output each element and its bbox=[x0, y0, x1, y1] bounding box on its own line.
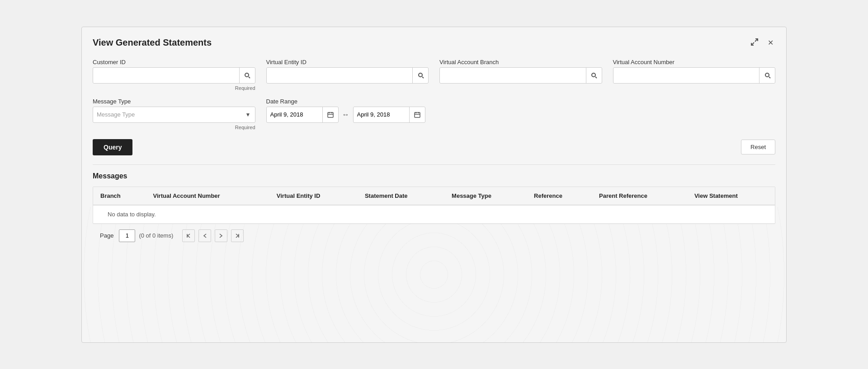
no-data-row: No data to display. bbox=[93, 205, 775, 224]
date-to-calendar-button[interactable] bbox=[409, 107, 425, 123]
empty-cell-1 bbox=[613, 98, 776, 130]
message-type-required: Required bbox=[93, 125, 255, 130]
message-type-select[interactable]: Message Type bbox=[93, 107, 255, 123]
date-range-label: Date Range bbox=[266, 98, 602, 105]
svg-point-8 bbox=[765, 73, 769, 77]
date-range-inputs: ↔ bbox=[266, 107, 602, 123]
customer-id-search-button[interactable] bbox=[239, 67, 255, 84]
page-number-input[interactable] bbox=[119, 229, 135, 242]
virtual-account-number-input[interactable] bbox=[613, 67, 776, 84]
customer-id-label: Customer ID bbox=[93, 59, 255, 65]
date-from-wrapper bbox=[266, 107, 339, 123]
svg-point-4 bbox=[419, 73, 422, 77]
virtual-entity-id-input[interactable] bbox=[266, 67, 429, 84]
customer-id-group: Customer ID Required bbox=[93, 59, 255, 91]
table-header-row: Branch Virtual Account Number Virtual En… bbox=[93, 187, 775, 205]
svg-point-6 bbox=[592, 73, 595, 77]
col-statement-date: Statement Date bbox=[358, 187, 444, 205]
svg-line-7 bbox=[595, 77, 597, 78]
messages-section-title: Messages bbox=[93, 172, 775, 180]
virtual-account-branch-group: Virtual Account Branch bbox=[439, 59, 602, 91]
page-label: Page bbox=[100, 232, 113, 239]
expand-button[interactable] bbox=[749, 36, 760, 50]
message-type-group: Message Type Message Type ▼ Required bbox=[93, 98, 255, 130]
col-branch: Branch bbox=[93, 187, 146, 205]
svg-line-3 bbox=[249, 77, 250, 78]
modal-controls: ✕ bbox=[749, 36, 775, 50]
modal-container: View Generated Statements ✕ Customer ID bbox=[81, 27, 787, 343]
col-reference: Reference bbox=[527, 187, 592, 205]
pagination-bar: Page (0 of 0 items) bbox=[93, 224, 775, 248]
messages-section: Messages Branch Virtual Account Number V… bbox=[93, 172, 775, 248]
form-row-1: Customer ID Required Virtual Entity ID bbox=[93, 59, 775, 91]
virtual-account-number-input-wrapper bbox=[613, 67, 776, 84]
svg-line-5 bbox=[422, 77, 424, 78]
date-range-group: Date Range ↔ bbox=[266, 98, 602, 130]
customer-id-input[interactable] bbox=[93, 67, 255, 84]
date-from-calendar-button[interactable] bbox=[322, 107, 339, 123]
table-header: Branch Virtual Account Number Virtual En… bbox=[93, 187, 775, 205]
col-parent-reference: Parent Reference bbox=[592, 187, 687, 205]
message-type-select-wrapper: Message Type ▼ bbox=[93, 107, 255, 123]
virtual-entity-id-group: Virtual Entity ID bbox=[266, 59, 429, 91]
virtual-account-number-group: Virtual Account Number bbox=[613, 59, 776, 91]
prev-page-button[interactable] bbox=[198, 229, 211, 242]
form-row-2: Message Type Message Type ▼ Required Dat… bbox=[93, 98, 775, 130]
section-divider bbox=[93, 164, 775, 165]
virtual-entity-id-label: Virtual Entity ID bbox=[266, 59, 429, 65]
date-range-arrow-icon: ↔ bbox=[342, 111, 349, 119]
next-page-button[interactable] bbox=[215, 229, 227, 242]
virtual-account-branch-input-wrapper bbox=[439, 67, 602, 84]
svg-rect-10 bbox=[328, 112, 333, 117]
modal-header: View Generated Statements ✕ bbox=[93, 36, 775, 50]
svg-rect-14 bbox=[415, 112, 420, 117]
virtual-entity-id-search-button[interactable] bbox=[412, 67, 429, 84]
col-message-type: Message Type bbox=[444, 187, 527, 205]
no-data-text: No data to display. bbox=[100, 204, 163, 224]
virtual-account-number-label: Virtual Account Number bbox=[613, 59, 776, 65]
customer-id-required: Required bbox=[93, 85, 255, 91]
pagination-info: (0 of 0 items) bbox=[139, 232, 173, 239]
message-type-label: Message Type bbox=[93, 98, 255, 105]
reset-button[interactable]: Reset bbox=[741, 140, 775, 154]
actions-bar: Query Reset bbox=[93, 139, 775, 155]
last-page-button[interactable] bbox=[231, 229, 244, 242]
table-body: No data to display. bbox=[93, 205, 775, 224]
messages-table: Branch Virtual Account Number Virtual En… bbox=[93, 187, 775, 224]
modal-title: View Generated Statements bbox=[93, 37, 212, 48]
query-button[interactable]: Query bbox=[93, 139, 132, 155]
date-to-wrapper bbox=[353, 107, 425, 123]
col-virtual-entity-id: Virtual Entity ID bbox=[269, 187, 358, 205]
svg-point-2 bbox=[245, 73, 249, 77]
virtual-entity-id-input-wrapper bbox=[266, 67, 429, 84]
customer-id-input-wrapper bbox=[93, 67, 255, 84]
virtual-account-branch-input[interactable] bbox=[439, 67, 602, 84]
virtual-account-branch-search-button[interactable] bbox=[586, 67, 602, 84]
close-button[interactable]: ✕ bbox=[766, 37, 775, 49]
virtual-account-branch-label: Virtual Account Branch bbox=[439, 59, 602, 65]
col-view-statement: View Statement bbox=[687, 187, 775, 205]
messages-table-container: Branch Virtual Account Number Virtual En… bbox=[93, 187, 775, 224]
col-virtual-account-number: Virtual Account Number bbox=[146, 187, 269, 205]
no-data-cell: No data to display. bbox=[93, 205, 775, 224]
first-page-button[interactable] bbox=[182, 229, 195, 242]
svg-line-9 bbox=[769, 77, 770, 78]
virtual-account-number-search-button[interactable] bbox=[759, 67, 775, 84]
